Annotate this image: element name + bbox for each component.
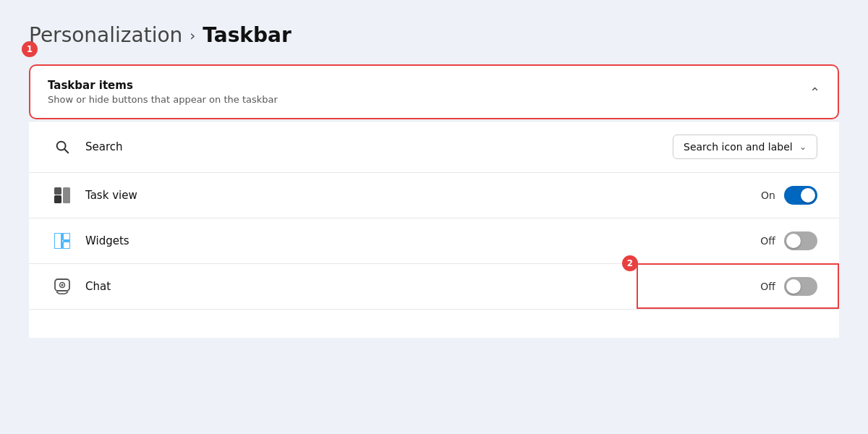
widgets-control: Off [760,231,817,250]
widgets-toggle-knob [786,234,801,248]
svg-rect-3 [54,187,61,195]
search-icon [51,139,74,155]
chat-control: Off [760,277,817,296]
section-header-text: Taskbar items Show or hide buttons that … [48,79,278,105]
chat-icon [51,278,74,294]
chat-item-row: Chat Off [29,263,839,309]
svg-rect-7 [63,242,70,249]
svg-line-1 [64,149,68,153]
svg-rect-6 [63,233,70,240]
taskview-toggle-label: On [761,190,775,201]
chat-row-wrapper: Chat Off 2 [29,263,839,309]
dropdown-arrow-icon: ⌄ [799,142,807,152]
svg-rect-2 [54,195,61,203]
svg-point-10 [61,284,64,286]
step-badge-1: 1 [22,41,38,57]
taskbar-items-header[interactable]: Taskbar items Show or hide buttons that … [30,66,838,118]
breadcrumb-taskbar: Taskbar [203,23,291,47]
section-title: Taskbar items [48,79,278,92]
page: 1 Personalization › Taskbar Taskbar item… [0,0,868,352]
search-control: Search icon and label ⌄ [673,135,817,159]
taskview-label: Task view [85,189,761,202]
svg-rect-5 [54,233,61,249]
widgets-label: Widgets [85,234,760,247]
breadcrumb: 1 Personalization › Taskbar [29,23,839,47]
widgets-toggle-label: Off [760,235,775,247]
search-dropdown[interactable]: Search icon and label ⌄ [673,135,817,159]
section-subtitle: Show or hide buttons that appear on the … [48,94,278,105]
partial-bottom-row [29,309,839,338]
taskview-toggle-knob [801,188,815,203]
chat-toggle-label: Off [760,281,775,292]
search-dropdown-value: Search icon and label [684,141,793,153]
chat-toggle[interactable] [784,277,817,296]
chat-toggle-knob [786,279,801,294]
breadcrumb-personalization[interactable]: Personalization [29,23,182,47]
svg-rect-4 [63,187,70,203]
taskbar-items-section: Taskbar items Show or hide buttons that … [29,64,839,119]
breadcrumb-chevron-icon: › [190,27,195,44]
chat-label: Chat [85,280,760,293]
taskbar-items-list: Search Search icon and label ⌄ Task view… [29,121,839,338]
taskview-item-row: Task view On [29,172,839,218]
search-label: Search [85,140,673,153]
widgets-toggle[interactable] [784,231,817,250]
taskview-icon [51,187,74,203]
taskview-control: On [761,186,817,205]
search-item-row: Search Search icon and label ⌄ [29,121,839,172]
step-badge-2: 2 [622,255,638,271]
widgets-item-row: Widgets Off [29,218,839,263]
widgets-icon [51,233,74,249]
chevron-up-icon: ⌃ [809,85,820,100]
taskview-toggle[interactable] [784,186,817,205]
